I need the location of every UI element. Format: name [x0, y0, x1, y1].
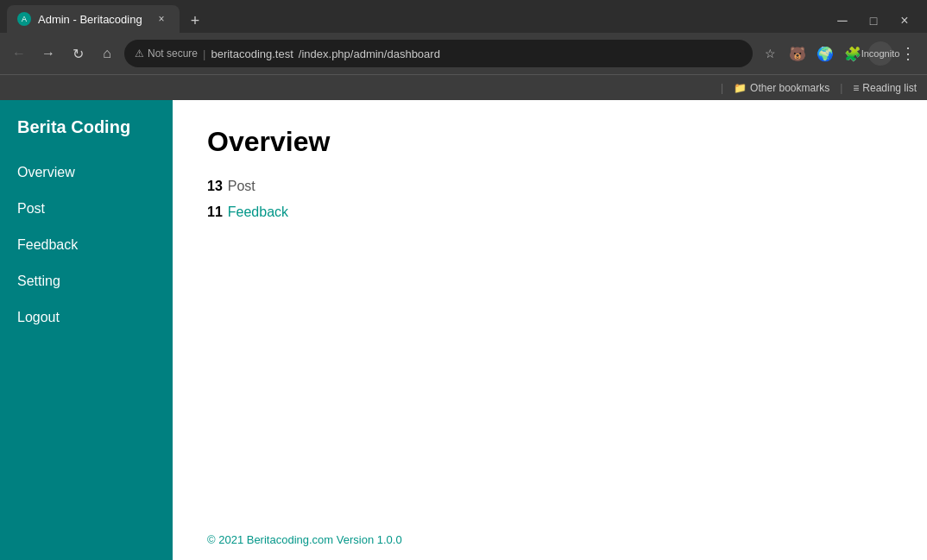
warning-icon: ⚠	[135, 47, 144, 60]
folder-icon: 📁	[734, 82, 747, 94]
sidebar-nav: Overview Post Feedback Setting Logout	[0, 154, 173, 336]
sidebar-item-setting[interactable]: Setting	[0, 263, 173, 299]
close-window-button[interactable]: ×	[892, 9, 917, 33]
tab-favicon-letter: A	[22, 15, 27, 23]
new-tab-button[interactable]: +	[183, 9, 207, 33]
bookmarks-divider-2: |	[840, 82, 842, 94]
address-bar-area: ← → ↻ ⌂ ⚠ Not secure | beritacoding.test…	[0, 33, 927, 74]
reload-button[interactable]: ↻	[66, 41, 90, 66]
url-domain: beritacoding.test	[211, 47, 293, 60]
footer: © 2021 Beritacoding.com Version 1.0.0	[207, 533, 402, 546]
sidebar-item-feedback[interactable]: Feedback	[0, 227, 173, 263]
sidebar-item-overview[interactable]: Overview	[0, 154, 173, 191]
active-tab[interactable]: A Admin - Beritacoding ×	[7, 5, 180, 33]
post-label: Post	[228, 179, 255, 194]
security-label: Not secure	[148, 47, 198, 60]
tab-favicon: A	[17, 12, 31, 26]
profile-button[interactable]: Incognito	[868, 41, 892, 66]
bookmarks-divider: |	[721, 82, 723, 94]
reading-list-item[interactable]: ≡ Reading list	[849, 80, 920, 96]
address-bar[interactable]: ⚠ Not secure | beritacoding.test/index.p…	[124, 40, 753, 67]
feedback-label: Feedback	[228, 204, 288, 220]
ext-icon-2[interactable]: 🌍	[813, 41, 837, 66]
other-bookmarks-item[interactable]: 📁 Other bookmarks	[730, 80, 833, 96]
tab-close-button[interactable]: ×	[154, 11, 169, 27]
tab-bar: A Admin - Beritacoding × + ─ □ ×	[0, 0, 927, 33]
other-bookmarks-label: Other bookmarks	[750, 82, 829, 94]
toolbar-right-icons: ☆ 🐻 🌍 🧩 Incognito ⋮	[758, 41, 920, 66]
browser-content: Berita Coding Overview Post Feedback Set…	[0, 100, 927, 560]
profile-label: Incognito	[861, 48, 900, 59]
star-button[interactable]: ☆	[758, 41, 782, 66]
main-content: Overview 13 Post 11 Feedback © 2021 Beri…	[173, 100, 927, 560]
reading-list-icon: ≡	[853, 82, 859, 94]
sidebar-item-post[interactable]: Post	[0, 191, 173, 227]
reading-list-label: Reading list	[862, 82, 917, 94]
feedback-count: 11	[207, 204, 223, 220]
maximize-button[interactable]: □	[861, 9, 886, 33]
forward-button[interactable]: →	[36, 41, 60, 66]
security-warning: ⚠ Not secure	[135, 47, 198, 60]
url-path: /index.php/admin/dashboard	[299, 47, 440, 60]
minimize-button[interactable]: ─	[830, 9, 854, 33]
stat-row-post: 13 Post	[207, 179, 892, 194]
post-count: 13	[207, 179, 223, 194]
stat-row-feedback: 11 Feedback	[207, 204, 892, 220]
page-title: Overview	[207, 126, 892, 158]
back-button[interactable]: ←	[7, 41, 31, 66]
menu-button[interactable]: ⋮	[896, 41, 920, 66]
bookmarks-bar: | 📁 Other bookmarks | ≡ Reading list	[0, 74, 927, 100]
ext-icon-1[interactable]: 🐻	[785, 41, 810, 66]
url-separator: |	[203, 47, 205, 60]
sidebar: Berita Coding Overview Post Feedback Set…	[0, 100, 173, 560]
tab-title: Admin - Beritacoding	[38, 13, 147, 26]
browser-frame: A Admin - Beritacoding × + ─ □ × ← → ↻ ⌂…	[0, 0, 927, 560]
sidebar-item-logout[interactable]: Logout	[0, 299, 173, 336]
home-button[interactable]: ⌂	[95, 41, 119, 66]
sidebar-title: Berita Coding	[0, 117, 173, 154]
